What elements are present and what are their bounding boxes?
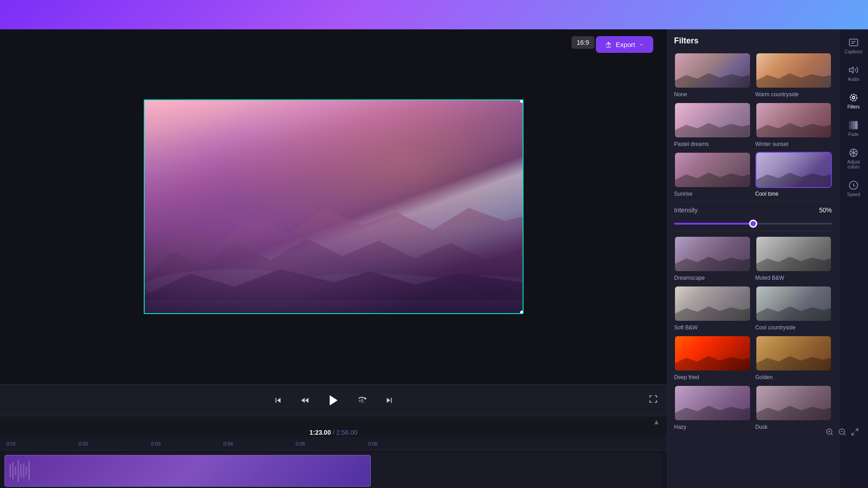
svg-rect-23 [20, 464, 22, 477]
skip-back-icon [273, 395, 283, 405]
export-chevron-icon [639, 42, 644, 47]
video-background [145, 100, 523, 313]
collapse-timeline-button[interactable]: ▲ [653, 418, 660, 426]
export-label: Export [616, 41, 635, 48]
filter-label-muted-bw: Muted B&W [755, 275, 832, 281]
filter-label-dreamscape: Dreamscape [674, 275, 751, 281]
filter-thumb-inner-sunrise [675, 153, 750, 187]
svg-text:+5: +5 [359, 399, 364, 404]
ruler-mark-3: 0:03 [149, 441, 222, 446]
fade-label: Fade [849, 132, 859, 137]
filter-item-cool-countryside[interactable]: Cool countryside [755, 286, 832, 331]
filter-item-extra1[interactable]: Hazy [674, 385, 751, 430]
aspect-ratio-badge: 16:9 [571, 36, 594, 49]
total-time: 2:56.00 [336, 429, 358, 436]
play-button[interactable] [324, 391, 343, 410]
filter-label-deep-fried: Deep fried [674, 374, 751, 380]
fullscreen-button[interactable] [649, 394, 658, 406]
ruler-mark-6: 0:06 [366, 441, 439, 446]
filters-icon [849, 93, 859, 103]
zoom-in-button[interactable] [826, 428, 834, 437]
timeline-track[interactable] [5, 453, 662, 488]
track-clip[interactable] [5, 455, 371, 487]
captions-icon [849, 38, 859, 47]
ruler-marks: 0:01 0:02 0:03 0:04 0:05 0:06 [5, 441, 662, 446]
icon-bar: Captions Audio Filters Fade [839, 29, 868, 488]
filter-item-deep-fried[interactable]: Deep fried [674, 335, 751, 380]
filter-label-extra1: Hazy [674, 424, 751, 430]
fit-icon [851, 428, 859, 436]
play-icon [327, 394, 340, 407]
filters-grid-2: Dreamscape Muted B&W Soft B&W [674, 236, 832, 430]
corner-handle-bottom-right[interactable] [520, 310, 524, 314]
filter-item-cool-tone[interactable]: Cool tone [755, 152, 832, 197]
svg-rect-25 [26, 466, 27, 475]
rewind-button[interactable] [297, 392, 313, 408]
filter-item-winter-sunset[interactable]: Winter sunset [755, 102, 832, 147]
filters-grid: None Warm countryside Pastel dreams [674, 52, 832, 197]
filter-thumb-warm-countryside [755, 52, 832, 89]
filters-title: Filters [674, 36, 832, 46]
export-icon [605, 41, 612, 48]
filter-thumb-deep-fried [674, 335, 751, 371]
skip-back-button[interactable] [270, 392, 286, 408]
zoom-out-button[interactable] [838, 428, 846, 437]
audio-icon [849, 65, 859, 75]
adjust-colors-icon [849, 148, 859, 158]
filter-item-none[interactable]: None [674, 52, 751, 98]
ruler-mark-1: 0:01 [5, 441, 77, 446]
fade-icon [849, 120, 859, 130]
icon-bar-adjust-colors[interactable]: Adjust colors [841, 144, 866, 173]
ruler-mark-2: 0:02 [77, 441, 149, 446]
icon-bar-audio[interactable]: Audio [841, 61, 866, 85]
captions-label: Captions [844, 49, 862, 54]
filter-thumb-dreamscape [674, 236, 751, 272]
icon-bar-filters[interactable]: Filters [841, 89, 866, 113]
timeline-area: ▲ 1:23.00 / 2:56.00 [0, 416, 667, 488]
editor-section: Export 16:9 [0, 29, 667, 488]
timeline-ruler: 0:01 0:02 0:03 0:04 0:05 0:06 [0, 437, 667, 450]
export-button[interactable]: Export [596, 36, 653, 53]
filter-thumb-inner-cool-countryside [756, 286, 831, 321]
adjust-colors-label: Adjust colors [844, 160, 863, 169]
icon-bar-captions[interactable]: Captions [841, 34, 866, 58]
zoom-controls [826, 428, 859, 437]
forward-5-button[interactable]: +5 [354, 392, 370, 408]
icon-bar-fade[interactable]: Fade [841, 117, 866, 141]
filter-item-golden[interactable]: Golden [755, 335, 832, 380]
svg-rect-22 [18, 460, 19, 482]
filter-item-warm-countryside[interactable]: Warm countryside [755, 52, 832, 98]
ruler-mark-5: 0:05 [294, 441, 366, 446]
skip-forward-button[interactable] [381, 392, 397, 408]
filter-thumb-inner-extra2 [756, 386, 831, 420]
filter-item-soft-bw[interactable]: Soft B&W [674, 286, 751, 331]
audio-label: Audio [848, 77, 859, 82]
icon-bar-speed[interactable]: Speed [841, 177, 866, 201]
video-preview-container: Export 16:9 [0, 29, 667, 384]
intensity-slider[interactable] [674, 223, 832, 225]
filter-thumb-none [674, 52, 751, 89]
filter-item-pastel-dreams[interactable]: Pastel dreams [674, 102, 751, 147]
svg-line-15 [844, 433, 845, 435]
controls-bar: +5 [0, 384, 667, 416]
time-display: 1:23.00 / 2:56.00 [0, 428, 667, 437]
svg-marker-9 [365, 397, 367, 400]
filter-item-sunrise[interactable]: Sunrise [674, 152, 751, 197]
filter-item-dreamscape[interactable]: Dreamscape [674, 236, 751, 281]
filter-thumb-inner-dreamscape [675, 237, 750, 271]
filter-label-pastel-dreams: Pastel dreams [674, 141, 751, 147]
filter-item-extra2[interactable]: Dusk [755, 385, 832, 430]
video-frame [144, 99, 524, 314]
filter-thumb-inner-muted-bw [756, 237, 831, 271]
filter-thumb-golden [755, 335, 832, 371]
svg-rect-35 [854, 122, 855, 129]
filter-thumb-inner-soft-bw [675, 286, 750, 321]
svg-rect-21 [15, 466, 16, 475]
speed-label: Speed [847, 192, 860, 197]
filter-label-cool-tone: Cool tone [755, 191, 832, 197]
filter-thumb-cool-countryside [755, 286, 832, 322]
filter-item-muted-bw[interactable]: Muted B&W [755, 236, 832, 281]
fit-timeline-button[interactable] [851, 428, 859, 437]
filter-label-none: None [674, 91, 751, 98]
svg-line-18 [852, 432, 854, 435]
